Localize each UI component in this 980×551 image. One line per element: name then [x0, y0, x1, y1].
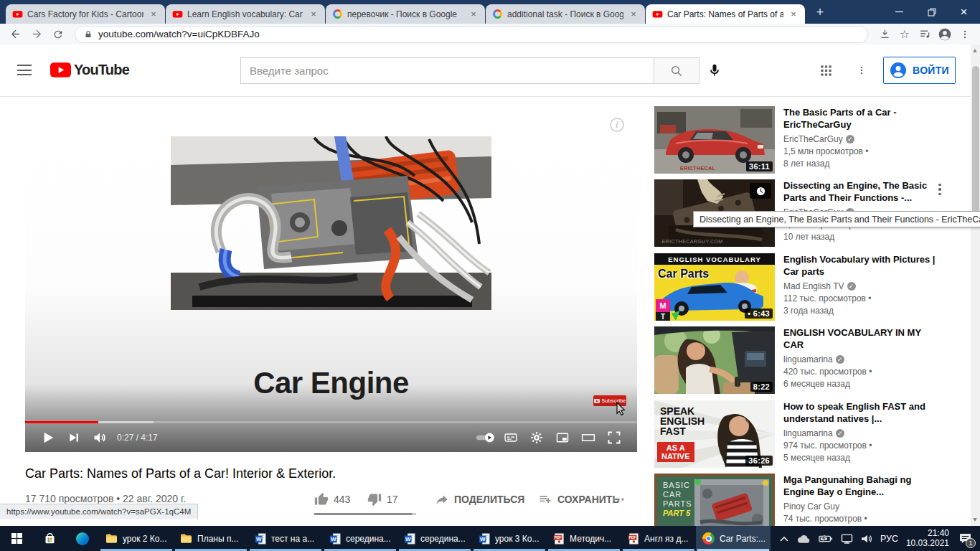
settings-gear-icon[interactable]	[524, 425, 550, 451]
dislike-button[interactable]: 17	[367, 492, 398, 507]
taskbar-app-pdf-2[interactable]: PDF Англ яз д...	[621, 526, 696, 551]
voice-search-mic-icon[interactable]	[707, 63, 722, 77]
related-video-3[interactable]: ENGLISH VOCABULARY Car Parts M T • 6:43 …	[654, 253, 971, 321]
forward-icon[interactable]	[27, 25, 46, 44]
duration-badge: 36:11	[746, 161, 773, 171]
thumbnail-watermark: ERICTHECAL	[680, 166, 715, 171]
tab-close-icon[interactable]: ×	[788, 9, 799, 20]
autoplay-toggle[interactable]	[472, 425, 498, 451]
share-button[interactable]: ПОДЕЛИТЬСЯ	[435, 492, 524, 507]
browser-tab-4[interactable]: additional task - Поиск в Goog ×	[486, 4, 645, 24]
taskbar-app-word-1[interactable]: W тест на а...	[248, 526, 323, 551]
volume-icon[interactable]	[861, 534, 872, 544]
like-ratio-positive	[314, 513, 412, 515]
scrollbar-down-arrow[interactable]	[973, 518, 977, 522]
svg-text:PDF: PDF	[629, 536, 636, 540]
browser-menu-kebab-icon[interactable]	[956, 25, 974, 44]
download-icon[interactable]	[875, 25, 894, 44]
thumbnail-woman-in-car[interactable]: 8:22	[654, 326, 775, 394]
youtube-logo[interactable]: YouTube	[50, 62, 129, 78]
captions-icon[interactable]	[498, 425, 524, 451]
new-tab-button[interactable]: +	[810, 3, 830, 22]
tab-close-icon[interactable]: ×	[308, 9, 319, 20]
related-title[interactable]: How to speak English FAST and understand…	[783, 400, 936, 425]
miniplayer-icon[interactable]	[550, 425, 575, 451]
related-title[interactable]: ENGLISH VOCABULARY IN MY CAR	[783, 326, 936, 351]
edge-button[interactable]	[66, 526, 99, 551]
onedrive-cloud-icon[interactable]	[796, 534, 811, 544]
related-title[interactable]: English Vocabulary with Pictures | Car p…	[783, 253, 936, 278]
profile-avatar-icon[interactable]	[936, 25, 954, 44]
taskbar-app-pdf-1[interactable]: PDF Методич...	[547, 526, 621, 551]
browser-tab-3[interactable]: перевочик - Поиск в Google ×	[326, 4, 485, 24]
window-minimize-button[interactable]	[883, 0, 915, 24]
save-button[interactable]: СОХРАНИТЬ	[538, 492, 619, 507]
related-channel[interactable]: Mad English TV✓	[783, 281, 936, 291]
related-channel[interactable]: linguamarina✓	[783, 354, 936, 364]
related-title[interactable]: Mga Pangunahing Bahagi ng Engine Bay o E…	[783, 474, 936, 498]
svg-text:W: W	[405, 536, 411, 542]
scrollbar-thumb[interactable]	[972, 66, 979, 217]
more-actions-button[interactable]	[611, 492, 626, 507]
youtube-menu-kebab-icon[interactable]	[857, 63, 867, 77]
related-title[interactable]: The Basic Parts of a Car - EricTheCarGuy	[783, 106, 936, 131]
language-indicator[interactable]: РУС	[880, 534, 898, 544]
theater-mode-icon[interactable]	[575, 425, 601, 451]
volume-icon[interactable]	[87, 425, 113, 451]
related-channel[interactable]: Pinoy Car Guy	[783, 501, 936, 512]
taskbar-app-word-3[interactable]: W середина...	[397, 526, 472, 551]
related-views: 112 тыс. просмотров •	[783, 293, 936, 303]
bookmark-star-icon[interactable]: ☆	[895, 25, 914, 44]
url-bar[interactable]: youtube.com/watch?v=uiCpKDBFAJo	[75, 26, 868, 43]
guide-hamburger-icon[interactable]	[17, 65, 32, 75]
like-button[interactable]: 443	[314, 492, 350, 507]
search-button[interactable]	[654, 57, 699, 84]
taskbar-app-folder-2[interactable]: Планы п...	[174, 526, 248, 551]
window-restore-button[interactable]	[915, 0, 948, 24]
youtube-logo-icon	[50, 62, 71, 77]
next-button[interactable]	[61, 425, 87, 451]
play-button[interactable]	[35, 425, 61, 451]
browser-tab-2[interactable]: Learn English vocabulary: Car p ×	[166, 4, 325, 24]
tray-chevron-icon[interactable]	[780, 536, 788, 542]
taskbar-app-word-4[interactable]: W урок 3 Ко...	[472, 526, 547, 551]
related-video-5[interactable]: SPEAK ENGLISH FAST AS A NATIVE 36:26 How…	[654, 400, 971, 468]
media-controls-icon[interactable]	[915, 25, 934, 44]
video-player[interactable]: Car Engine i Subscribe 0:27 / 4:17	[25, 106, 637, 452]
sign-in-button[interactable]: ВОЙТИ	[883, 57, 956, 84]
fullscreen-icon[interactable]	[601, 425, 627, 451]
related-channel[interactable]: linguamarina✓	[783, 428, 936, 438]
clock[interactable]: 21:40 10.03.2021	[906, 529, 949, 548]
start-button[interactable]	[0, 526, 33, 551]
action-center-icon[interactable]: 1	[957, 531, 973, 547]
taskbar-app-word-2[interactable]: W середина...	[323, 526, 397, 551]
reload-icon[interactable]	[49, 25, 67, 44]
taskbar-app-folder-1[interactable]: урок 2 Ко...	[99, 526, 174, 551]
related-video-4[interactable]: 8:22 ENGLISH VOCABULARY IN MY CAR lingua…	[654, 326, 971, 394]
search-icon	[670, 65, 683, 77]
related-title[interactable]: Dissecting an Engine, The Basic Parts an…	[783, 179, 936, 204]
network-icon[interactable]	[841, 534, 853, 544]
tab-close-icon[interactable]: ×	[468, 9, 479, 20]
browser-tab-active[interactable]: Car Parts: Names of Parts of a ×	[646, 4, 805, 24]
thumbnail-red-car[interactable]: ERICTHECAL 36:11	[654, 106, 775, 174]
back-icon[interactable]	[6, 25, 24, 44]
tab-close-icon[interactable]: ×	[628, 9, 639, 20]
taskbar-app-chrome[interactable]: Car Parts:...	[696, 526, 771, 551]
scrollbar-up-arrow[interactable]	[973, 49, 977, 52]
window-close-button[interactable]: ×	[948, 0, 980, 24]
tab-close-icon[interactable]: ×	[148, 9, 159, 20]
thumbnail-car-parts-vocab[interactable]: ENGLISH VOCABULARY Car Parts M T • 6:43	[654, 253, 775, 321]
related-kebab-icon[interactable]	[934, 182, 946, 197]
battery-icon[interactable]	[819, 534, 833, 543]
microsoft-store-button[interactable]	[33, 526, 66, 551]
related-video-1[interactable]: ERICTHECAL 36:11 The Basic Parts of a Ca…	[654, 106, 971, 174]
info-icon[interactable]: i	[610, 118, 624, 132]
browser-tab-1[interactable]: Cars Factory for Kids - Cartoon ×	[6, 4, 165, 24]
youtube-apps-grid-icon[interactable]	[819, 64, 833, 77]
search-input[interactable]	[240, 57, 654, 84]
thumbnail-speak-english-fast[interactable]: SPEAK ENGLISH FAST AS A NATIVE 36:26	[654, 400, 775, 468]
page-scrollbar[interactable]	[971, 44, 980, 526]
related-age: 6 месяцев назад	[783, 379, 936, 389]
related-channel[interactable]: EricTheCarGuy✓	[783, 134, 936, 144]
